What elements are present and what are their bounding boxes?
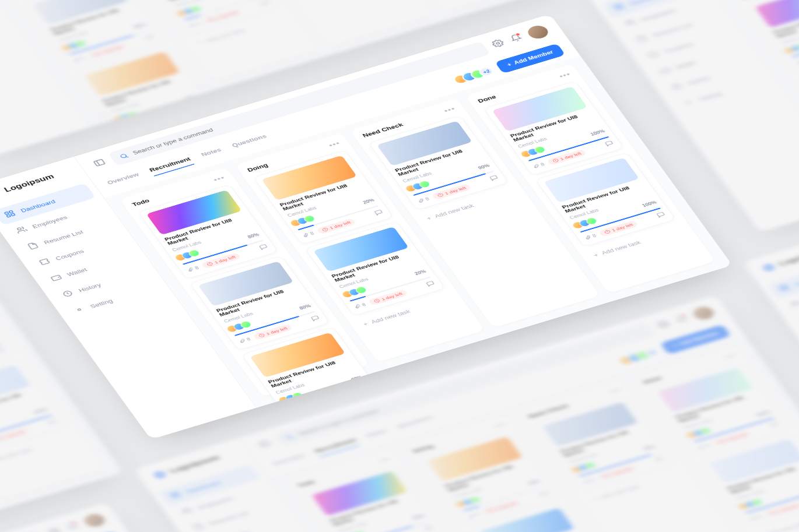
svg-point-110 <box>321 227 328 231</box>
tab-questions[interactable]: Questions <box>230 133 270 152</box>
coupons-icon <box>646 50 661 60</box>
add-task-label: Add new task <box>766 521 799 532</box>
tab-overview[interactable]: Overview <box>106 171 142 189</box>
add-member-label: Add Member <box>513 50 555 66</box>
search-input-wrap[interactable] <box>0 530 47 532</box>
column-menu-icon[interactable]: ••• <box>442 105 457 115</box>
attachment-count: 8 <box>237 337 251 344</box>
attachment-count: 8 <box>697 443 711 450</box>
svg-rect-163 <box>170 493 174 495</box>
attachment-count: 8 <box>301 231 315 238</box>
clock-icon <box>309 404 318 408</box>
employees-icon <box>180 506 194 516</box>
notification-icon[interactable] <box>65 521 81 532</box>
sidebar-item-label: Coupons <box>663 41 695 54</box>
comment-icon[interactable] <box>489 174 500 182</box>
column-menu-icon[interactable]: ••• <box>558 71 573 80</box>
comment-icon[interactable] <box>0 347 6 355</box>
settings-icon[interactable] <box>47 527 63 532</box>
attachment-count: 8 <box>749 514 763 522</box>
task-card[interactable]: Product Review for UI8 MarketCemol Labs8… <box>24 0 164 69</box>
comment-icon[interactable] <box>145 34 156 42</box>
panel-toggle-icon[interactable] <box>92 158 108 169</box>
due-badge: 1 day left <box>201 252 241 269</box>
comment-icon[interactable] <box>539 490 551 498</box>
due-badge: 1 day left <box>138 114 179 126</box>
column-menu-icon[interactable]: ••• <box>608 386 623 396</box>
due-badge: 1 day left <box>202 8 243 25</box>
comment-icon[interactable] <box>656 212 667 220</box>
comment-icon[interactable] <box>423 524 435 532</box>
card-percent: 80% <box>185 94 198 101</box>
card-assignees <box>114 110 139 122</box>
clock-icon <box>205 261 214 266</box>
svg-point-167 <box>183 509 187 512</box>
plus-icon: + <box>362 321 369 327</box>
comment-icon[interactable] <box>260 0 271 8</box>
comment-icon[interactable] <box>196 105 208 113</box>
user-avatar[interactable] <box>691 305 717 322</box>
plus-icon: + <box>671 343 678 348</box>
comment-icon[interactable] <box>654 456 665 464</box>
clock-icon <box>486 508 495 513</box>
column-menu-icon[interactable]: ••• <box>327 140 342 149</box>
tab-recruitment[interactable]: Recruitment <box>313 437 359 457</box>
comment-icon[interactable] <box>47 418 58 427</box>
svg-line-172 <box>262 442 265 446</box>
attachment-icon <box>416 198 426 203</box>
card-percent: 80% <box>133 22 146 29</box>
svg-point-109 <box>310 404 316 408</box>
search-icon <box>118 152 130 160</box>
column-menu-icon[interactable]: ••• <box>377 455 393 464</box>
sidebar-item-label: Dashboard <box>19 199 57 214</box>
due-badge: 1 day left <box>316 218 356 235</box>
column-menu-icon[interactable]: ••• <box>212 174 227 184</box>
tab-notes[interactable]: Notes <box>199 146 225 160</box>
panel-toggle-icon[interactable] <box>257 439 274 450</box>
svg-point-98 <box>17 227 22 230</box>
svg-line-174 <box>292 437 294 438</box>
comment-icon[interactable] <box>425 280 437 288</box>
notification-icon[interactable] <box>508 33 524 44</box>
comment-icon[interactable] <box>373 209 385 217</box>
settings-icon[interactable] <box>490 38 506 50</box>
clock-icon <box>321 227 330 232</box>
sidebar-item-label: Coupons <box>220 529 251 532</box>
tab-notes[interactable]: Notes <box>365 428 390 442</box>
notification-icon[interactable] <box>674 314 690 325</box>
column-menu-icon[interactable]: ••• <box>492 421 507 430</box>
dashboard-icon <box>777 283 792 293</box>
tab-overview[interactable]: Overview <box>271 452 308 470</box>
add-task-label: Add new task <box>601 239 642 256</box>
svg-rect-96 <box>11 213 15 216</box>
card-percent: 20% <box>362 198 376 205</box>
plus-icon: + <box>426 216 433 221</box>
sidebar-item-label: Employees <box>197 495 234 510</box>
clock-icon <box>768 510 777 515</box>
column-menu-icon[interactable]: ••• <box>723 352 738 361</box>
svg-point-91 <box>0 437 1 441</box>
column-title: Doing <box>411 443 434 454</box>
svg-rect-189 <box>781 288 785 291</box>
svg-rect-102 <box>94 159 105 166</box>
comment-icon[interactable] <box>362 386 373 394</box>
comment-icon[interactable] <box>604 140 615 148</box>
user-avatar[interactable] <box>525 24 551 41</box>
task-card[interactable]: Product Review for UI8 MarketCemol Labs8… <box>138 184 278 279</box>
svg-rect-165 <box>176 494 180 496</box>
sidebar-item-label: Employees <box>31 214 69 230</box>
attachment-count: 8 <box>467 512 481 519</box>
task-card[interactable]: Product Review for UI8 MarketCemol Labs1… <box>0 360 67 455</box>
comment-icon[interactable] <box>769 421 781 429</box>
comment-icon[interactable] <box>258 244 270 252</box>
comment-icon[interactable] <box>310 315 321 323</box>
task-card[interactable]: Product Review for UI8 MarketCemol Labs2… <box>304 221 445 316</box>
svg-line-103 <box>96 161 100 165</box>
user-avatar[interactable] <box>82 512 108 529</box>
sidebar-item-label: Wallet <box>66 267 89 277</box>
card-percent: 80% <box>412 513 426 520</box>
card-percent: 100% <box>755 410 771 417</box>
dashboard-icon <box>3 209 17 219</box>
card-assignees <box>228 320 253 332</box>
settings-icon[interactable] <box>656 319 672 330</box>
